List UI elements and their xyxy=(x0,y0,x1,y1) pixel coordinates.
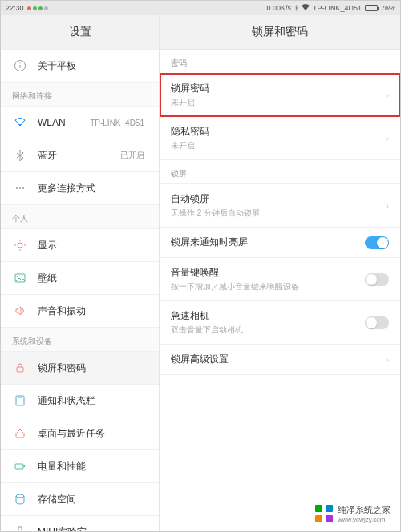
sidebar-item-battery[interactable]: 电量和性能 xyxy=(1,449,159,483)
section-system: 系统和设备 xyxy=(1,328,159,352)
priv-pw-label: 隐私密码 xyxy=(171,125,386,139)
battery-label: 电量和性能 xyxy=(38,460,148,474)
quickcam-sub: 双击音量下启动相机 xyxy=(171,324,365,336)
bt-value: 已开启 xyxy=(120,150,144,161)
notif-label: 通知和状态栏 xyxy=(38,394,148,408)
sidebar-item-display[interactable]: 显示 xyxy=(1,228,159,262)
about-label: 关于平板 xyxy=(38,59,148,73)
toggle-wake[interactable] xyxy=(365,236,389,249)
svg-rect-1 xyxy=(20,65,21,68)
watermark-title: 纯净系统之家 xyxy=(338,505,391,514)
toggle-quickcam[interactable] xyxy=(365,316,389,329)
row-lockscreen-password[interactable]: 锁屏密码 未开启 › xyxy=(160,73,400,117)
quickcam-label: 急速相机 xyxy=(171,309,365,323)
more-icon xyxy=(12,180,28,196)
watermark: 纯净系统之家 www.ycwjzy.com xyxy=(312,502,394,525)
sidebar-item-wlan[interactable]: WLAN TP-LINK_4D51 xyxy=(1,106,159,139)
chevron-right-icon: › xyxy=(386,90,389,101)
wifi-ssid: TP-LINK_4D51 xyxy=(313,4,362,12)
svg-rect-17 xyxy=(15,464,23,469)
storage-icon xyxy=(12,491,28,507)
lockscreen-label: 锁屏和密码 xyxy=(38,361,148,375)
svg-point-3 xyxy=(19,124,21,126)
lock-icon xyxy=(12,360,28,376)
display-label: 显示 xyxy=(38,239,148,252)
notification-dots xyxy=(27,6,48,10)
sidebar-item-more-conn[interactable]: 更多连接方式 xyxy=(1,171,159,205)
detail-pane: 锁屏和密码 密码 锁屏密码 未开启 › 隐私密码 未开启 › 锁屏 自动锁 xyxy=(160,15,400,531)
autolock-label: 自动锁屏 xyxy=(171,192,386,206)
chevron-right-icon: › xyxy=(386,354,389,365)
svg-point-5 xyxy=(19,187,21,189)
wifi-icon xyxy=(302,4,310,12)
chevron-right-icon: › xyxy=(386,133,389,144)
volwake-label: 音量键唤醒 xyxy=(171,266,365,280)
bt-label: 蓝牙 xyxy=(38,149,120,163)
row-auto-lock[interactable]: 自动锁屏 无操作 2 分钟后自动锁屏 › xyxy=(160,183,400,228)
svg-point-19 xyxy=(16,494,24,498)
svg-point-6 xyxy=(22,187,24,189)
battery-icon xyxy=(12,458,28,474)
section-lock: 锁屏 xyxy=(160,160,400,184)
wlan-label: WLAN xyxy=(38,117,90,128)
svg-rect-18 xyxy=(24,466,26,467)
svg-rect-2 xyxy=(20,63,21,64)
battery-icon xyxy=(365,5,378,11)
clock: 22:30 xyxy=(6,4,24,12)
sidebar-item-wallpaper[interactable]: 壁纸 xyxy=(1,261,159,295)
lock-pw-label: 锁屏密码 xyxy=(171,82,386,95)
row-lock-advanced[interactable]: 锁屏高级设置 › xyxy=(160,344,400,375)
sidebar-item-sound[interactable]: 声音和振动 xyxy=(1,294,159,328)
sidebar-item-storage[interactable]: 存储空间 xyxy=(1,482,159,516)
row-wake-on-notification[interactable]: 锁屏来通知时亮屏 xyxy=(160,227,400,258)
sun-icon xyxy=(12,237,28,253)
notification-icon xyxy=(12,393,28,409)
wifi-icon xyxy=(12,115,28,131)
svg-point-7 xyxy=(18,243,22,248)
sidebar-item-about[interactable]: 关于平板 xyxy=(1,49,159,83)
storage-label: 存储空间 xyxy=(38,493,148,506)
lockadv-label: 锁屏高级设置 xyxy=(171,353,386,366)
sidebar-item-recents[interactable]: 桌面与最近任务 xyxy=(1,417,159,450)
section-personal: 个人 xyxy=(1,205,159,229)
settings-sidebar[interactable]: 设置 关于平板 网络和连接 WLAN TP-LINK_4D51 蓝牙 xyxy=(1,15,160,531)
priv-pw-sub: 未开启 xyxy=(171,140,386,151)
watermark-logo xyxy=(315,505,333,522)
autolock-sub: 无操作 2 分钟后自动锁屏 xyxy=(171,208,386,219)
sound-label: 声音和振动 xyxy=(38,304,148,318)
sidebar-item-notifications[interactable]: 通知和状态栏 xyxy=(1,384,159,417)
wake-label: 锁屏来通知时亮屏 xyxy=(171,236,365,249)
screenshot-frame: 22:30 0.00K/s ᚼ TP-LINK_4D51 76% 设置 关于平板 xyxy=(0,0,401,532)
wlan-value: TP-LINK_4D51 xyxy=(90,119,144,127)
battery-pct: 76% xyxy=(381,4,395,12)
row-quick-camera[interactable]: 急速相机 双击音量下启动相机 xyxy=(160,300,400,345)
sidebar-item-bluetooth[interactable]: 蓝牙 已开启 xyxy=(1,139,159,172)
section-password: 密码 xyxy=(160,50,400,74)
bluetooth-icon xyxy=(12,147,28,163)
lock-pw-sub: 未开启 xyxy=(171,97,386,108)
status-bar: 22:30 0.00K/s ᚼ TP-LINK_4D51 76% xyxy=(1,1,400,15)
svg-rect-14 xyxy=(17,367,23,372)
chevron-right-icon: › xyxy=(386,200,389,212)
section-network: 网络和连接 xyxy=(1,83,159,107)
sidebar-item-lockscreen[interactable]: 锁屏和密码 xyxy=(1,351,159,385)
volwake-sub: 按一下增加／减小音量键来唤醒设备 xyxy=(171,281,365,292)
svg-point-4 xyxy=(16,187,18,189)
home-icon xyxy=(12,425,28,441)
bluetooth-icon: ᚼ xyxy=(294,4,298,12)
picture-icon xyxy=(12,270,28,286)
flask-icon xyxy=(12,524,28,531)
toggle-volwake[interactable] xyxy=(365,273,389,286)
svg-point-13 xyxy=(17,276,18,277)
detail-title: 锁屏和密码 xyxy=(160,15,400,50)
miuilab-label: MIUI实验室 xyxy=(38,526,148,532)
moreconn-label: 更多连接方式 xyxy=(38,182,148,195)
sidebar-item-miui-lab[interactable]: MIUI实验室 xyxy=(1,515,159,531)
info-icon xyxy=(12,58,28,74)
sidebar-title: 设置 xyxy=(1,15,159,50)
row-privacy-password[interactable]: 隐私密码 未开启 › xyxy=(160,116,400,160)
speaker-icon xyxy=(12,303,28,319)
wallpaper-label: 壁纸 xyxy=(38,272,148,285)
row-volume-wake[interactable]: 音量键唤醒 按一下增加／减小音量键来唤醒设备 xyxy=(160,257,400,301)
recents-label: 桌面与最近任务 xyxy=(38,427,148,441)
